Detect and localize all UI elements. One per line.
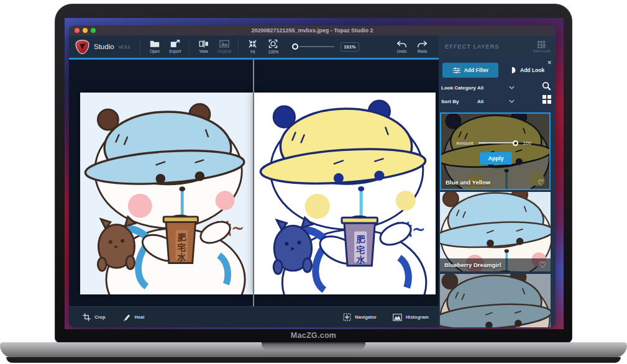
window-content: 滋~ 肥 宅 水 bbox=[69, 58, 556, 327]
apply-button[interactable]: Apply bbox=[480, 152, 512, 165]
svg-text:水: 水 bbox=[176, 252, 186, 262]
window-titlebar: 20200827121255_mvbxs.jpeg - Topaz Studio… bbox=[69, 25, 556, 35]
panda-illustration: 滋~ 肥 宅 水 bbox=[440, 274, 551, 327]
svg-text:肥: 肥 bbox=[176, 232, 186, 242]
look-category-label: Look Category bbox=[441, 85, 476, 91]
toolbar-separator bbox=[238, 39, 239, 55]
search-icon bbox=[542, 81, 551, 91]
amount-slider-track[interactable] bbox=[478, 142, 515, 143]
effects-panel: Add Filter Add Look ✕ Look Category All bbox=[439, 58, 556, 327]
sort-by-row: Sort By All bbox=[441, 96, 516, 106]
app-logo-group: Studio v2.3.1 bbox=[69, 39, 136, 55]
history-buttons: Undo Redo bbox=[391, 37, 432, 57]
panda-illustration: 滋~ 肥 宅 水 bbox=[254, 93, 436, 294]
split-view-icon bbox=[199, 40, 209, 48]
save-look-button[interactable]: Save Look bbox=[533, 40, 551, 53]
screen-wallpaper: 20200827121255_mvbxs.jpeg - Topaz Studio… bbox=[65, 18, 564, 329]
canvas-area: 滋~ 肥 宅 水 bbox=[69, 60, 439, 306]
open-button[interactable]: Open bbox=[144, 37, 165, 57]
zoom-slider[interactable] bbox=[292, 43, 334, 50]
fit-button[interactable]: Fit bbox=[242, 37, 263, 57]
effects-panel-header: EFFECT LAYERS Save Look bbox=[439, 35, 556, 58]
add-filter-button[interactable]: Add Filter bbox=[442, 63, 498, 78]
laptop-base bbox=[0, 342, 627, 358]
app-name: Studio bbox=[94, 43, 114, 50]
image-icon bbox=[219, 40, 229, 48]
amount-slider-knob[interactable] bbox=[513, 140, 518, 146]
crop-button[interactable]: Crop bbox=[83, 313, 106, 321]
redo-button[interactable]: Redo bbox=[412, 37, 432, 57]
main-toolbar: Studio v2.3.1 Open bbox=[69, 35, 439, 58]
effect-layers-title: EFFECT LAYERS bbox=[439, 43, 500, 50]
look-card-blue-and-yellow[interactable]: 滋~ 肥 宅 水 bbox=[440, 112, 551, 190]
bottom-toolbar: Crop Heal Navigat bbox=[69, 306, 439, 327]
histogram-button[interactable]: Histogram bbox=[393, 314, 429, 321]
export-icon bbox=[170, 40, 180, 48]
amount-value: 100 bbox=[523, 140, 531, 146]
undo-icon bbox=[396, 40, 407, 48]
crop-icon bbox=[83, 313, 91, 321]
window-title: 20200827121255_mvbxs.jpeg - Topaz Studio… bbox=[69, 27, 556, 34]
look-card-third[interactable]: 滋~ 肥 宅 水 bbox=[440, 274, 551, 327]
zoom-level-value: 101% bbox=[341, 42, 359, 52]
app-window: 20200827121255_mvbxs.jpeg - Topaz Studio… bbox=[69, 25, 556, 327]
app-version: v2.3.1 bbox=[119, 45, 130, 49]
grid-icon bbox=[542, 95, 551, 104]
export-button[interactable]: Export bbox=[165, 37, 185, 57]
sort-by-dropdown[interactable]: All bbox=[476, 99, 516, 104]
search-button[interactable] bbox=[542, 81, 551, 93]
redo-icon bbox=[417, 40, 428, 48]
navigator-button[interactable]: Navigator bbox=[343, 313, 377, 321]
look-card-blueberry-dreamgirl[interactable]: 滋~ 肥 宅 水 bbox=[440, 192, 551, 271]
toolbar-separator bbox=[189, 39, 190, 55]
filtered-image: 滋~ 肥 宅 水 bbox=[254, 93, 436, 294]
chevron-down-icon bbox=[509, 99, 515, 103]
heal-button[interactable]: Heal bbox=[123, 313, 145, 321]
view-mode-grid-button[interactable] bbox=[542, 95, 551, 106]
selection-box-icon bbox=[268, 39, 278, 48]
look-preview-image: 滋~ 肥 宅 水 bbox=[440, 274, 551, 327]
laptop-mockup: 20200827121255_mvbxs.jpeg - Topaz Studio… bbox=[0, 0, 627, 364]
topaz-logo-icon bbox=[75, 39, 90, 55]
original-button[interactable]: Original bbox=[214, 37, 234, 57]
favorite-heart-icon[interactable]: ♡ bbox=[539, 261, 546, 269]
original-image: 滋~ 肥 宅 水 bbox=[80, 93, 253, 294]
laptop-base-shadow bbox=[6, 357, 621, 363]
add-look-button[interactable]: Add Look bbox=[511, 63, 544, 78]
histogram-icon bbox=[393, 314, 402, 321]
sliders-icon bbox=[452, 67, 461, 74]
half-circle-icon bbox=[511, 66, 517, 74]
toolbar-separator bbox=[140, 39, 140, 55]
brand-text: MacZG.com bbox=[55, 331, 572, 340]
panda-illustration: 滋~ 肥 宅 水 bbox=[80, 93, 253, 294]
topbar: Studio v2.3.1 Open bbox=[69, 35, 556, 58]
look-name: Blue and Yellow bbox=[446, 179, 490, 186]
svg-text:水: 水 bbox=[355, 255, 365, 265]
zoom-100-button[interactable]: 100% bbox=[263, 37, 283, 57]
filtered-image-pane: 滋~ 肥 宅 水 bbox=[254, 93, 436, 294]
look-category-row: Look Category All bbox=[441, 83, 516, 93]
zoom-slider-knob[interactable] bbox=[292, 43, 298, 50]
canvas-column: 滋~ 肥 宅 水 bbox=[69, 58, 439, 327]
undo-button[interactable]: Undo bbox=[391, 37, 412, 57]
lid-notch bbox=[262, 342, 365, 350]
navigator-icon bbox=[343, 313, 351, 321]
amount-label: Amount bbox=[456, 140, 474, 146]
look-category-dropdown[interactable]: All bbox=[476, 85, 516, 91]
svg-text:肥: 肥 bbox=[355, 234, 365, 244]
panel-close-button[interactable]: ✕ bbox=[547, 60, 552, 66]
chevron-down-icon bbox=[509, 86, 515, 89]
fit-screen-icon bbox=[248, 39, 257, 48]
amount-control: Amount 100 bbox=[441, 139, 549, 147]
svg-text:宅: 宅 bbox=[177, 242, 186, 252]
favorite-heart-icon[interactable]: ♡ bbox=[538, 179, 545, 187]
grid-plus-icon bbox=[537, 40, 546, 48]
view-button[interactable]: View bbox=[193, 37, 214, 57]
sort-by-label: Sort By bbox=[441, 99, 476, 104]
laptop-bezel: 20200827121255_mvbxs.jpeg - Topaz Studio… bbox=[55, 4, 572, 343]
original-image-pane: 滋~ 肥 宅 水 bbox=[80, 93, 253, 294]
look-name-bar: Blueberry Dreamgirl ♡ bbox=[440, 258, 551, 271]
look-name: Blueberry Dreamgirl bbox=[444, 262, 501, 268]
heal-brush-icon bbox=[123, 313, 131, 321]
zoom-slider-track[interactable] bbox=[300, 46, 334, 47]
